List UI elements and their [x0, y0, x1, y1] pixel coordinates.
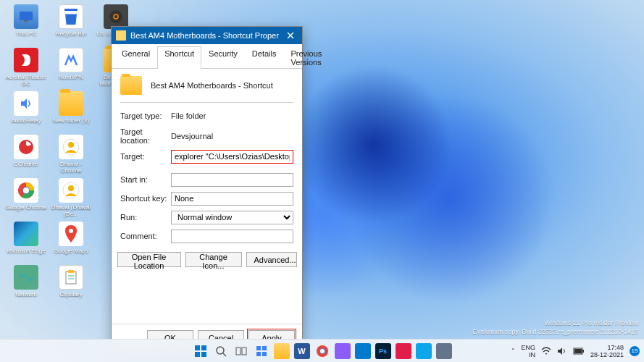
desktop-icon-google-maps[interactable]: Google Maps [49, 222, 93, 264]
svg-rect-1 [24, 20, 28, 22]
google-chrome-icon [14, 178, 38, 203]
app2-icon[interactable] [396, 343, 411, 359]
desktop-icon-label: Network [15, 291, 36, 298]
run-label: Run: [120, 213, 171, 222]
tab-details[interactable]: Details [245, 46, 284, 69]
this-pc-icon [14, 4, 38, 29]
comment-label: Comment: [120, 232, 171, 240]
dialog-tabs: GeneralShortcutSecurityDetailsPrevious V… [112, 44, 302, 69]
desktop-icon-this-pc[interactable]: This PC [4, 4, 48, 46]
system-tray[interactable]: ˄ ENG IN 17:48 28-12-2021 15 [511, 344, 640, 358]
target-location-label: Target location: [120, 127, 171, 145]
desktop-icon-ccleaner[interactable]: CCleaner [4, 135, 48, 177]
network-icon [14, 265, 38, 290]
taskbar[interactable]: W Ps ˄ ENG IN 17:48 28-12-2021 15 [0, 339, 644, 362]
svg-rect-16 [66, 272, 76, 284]
properties-dialog: Best AM4 Motherboards - Shortcut Propert… [111, 26, 303, 352]
desktop-icon-recycle-bin[interactable]: Recycle Bin [49, 4, 93, 46]
explorer-icon[interactable] [274, 343, 290, 359]
wifi-icon[interactable] [541, 347, 551, 355]
comment-input[interactable] [171, 230, 293, 243]
ms-edge-icon [14, 222, 38, 246]
svg-line-25 [223, 353, 226, 356]
volume-icon[interactable] [557, 347, 567, 355]
desktop-icon-network[interactable]: Network [4, 265, 48, 307]
folder-icon [116, 30, 126, 41]
language-indicator[interactable]: ENG IN [521, 344, 535, 358]
dialog-body: Best AM4 Motherboards - Shortcut Target … [112, 69, 302, 273]
svg-rect-26 [236, 348, 241, 355]
desktop-icon-dhaval-chrome[interactable]: Dhaval - Chrome [49, 135, 93, 177]
desktop-icon-new-folder[interactable]: New folder (3) [49, 91, 93, 133]
desktop-icon-acrobat[interactable]: Acrobat Reader DC [4, 48, 48, 90]
open-file-location-button[interactable]: Open File Location [117, 252, 181, 267]
chrome-icon[interactable] [314, 343, 330, 359]
change-icon-button[interactable]: Change Icon... [185, 252, 242, 267]
app4-icon[interactable] [436, 343, 452, 359]
shortcut-key-input[interactable] [171, 192, 293, 206]
svg-rect-21 [201, 345, 206, 350]
dhaval-default-icon [59, 178, 83, 203]
dialog-titlebar[interactable]: Best AM4 Motherboards - Shortcut Propert… [112, 27, 302, 44]
svg-rect-20 [195, 345, 200, 350]
desktop-icon-clipdiary[interactable]: Clipdiary [49, 265, 93, 307]
vscode-icon[interactable] [355, 343, 371, 359]
app3-icon[interactable] [416, 343, 432, 359]
tab-general[interactable]: General [114, 46, 157, 69]
chevron-up-icon[interactable]: ˄ [511, 348, 515, 355]
start-button[interactable] [193, 343, 209, 359]
target-type-label: Target type: [120, 111, 171, 120]
desktop-icon-label: Microsoft Edge [7, 248, 45, 254]
target-label: Target: [120, 152, 171, 161]
taskbar-center: W Ps [193, 343, 452, 359]
audiorelay-icon [14, 91, 38, 116]
start-in-label: Start in: [120, 175, 171, 184]
desktop-icon-label: Acrobat Reader DC [5, 74, 47, 87]
svg-rect-28 [256, 346, 261, 350]
app-icon[interactable] [335, 343, 351, 359]
cs-original-icon [104, 4, 128, 29]
desktop-icon-ms-edge[interactable]: Microsoft Edge [4, 222, 48, 264]
svg-point-11 [68, 185, 74, 191]
shortcut-key-label: Shortcut key: [120, 194, 171, 203]
svg-rect-13 [19, 273, 25, 278]
run-select[interactable]: Normal window [171, 211, 293, 224]
desktop-icon-nordvpn[interactable]: NordVPN [49, 48, 93, 90]
svg-rect-14 [27, 277, 33, 282]
notification-badge[interactable]: 15 [630, 346, 640, 356]
desktop-icon-label: This PC [16, 30, 36, 37]
tab-security[interactable]: Security [201, 46, 245, 69]
widgets-icon[interactable] [254, 343, 269, 359]
battery-icon[interactable] [573, 348, 585, 355]
svg-point-2 [109, 10, 122, 23]
target-input[interactable] [171, 150, 293, 164]
start-in-input[interactable] [171, 173, 293, 187]
target-type-value: File folder [171, 111, 293, 120]
ccleaner-icon [14, 135, 38, 159]
desktop-icon-label: Google Chrome [6, 204, 46, 211]
acrobat-icon [14, 48, 38, 72]
watermark: Windows 11 Pro Insider Preview Evaluatio… [473, 319, 639, 336]
tab-previous-versions[interactable]: Previous Versions [283, 46, 329, 69]
photoshop-icon[interactable]: Ps [375, 343, 391, 359]
folder-icon [120, 76, 142, 95]
desktop[interactable]: This PCRecycle BinCs 1.6 OriginalAcrobat… [0, 0, 644, 362]
tab-shortcut[interactable]: Shortcut [157, 46, 201, 69]
svg-rect-27 [242, 348, 246, 355]
item-name: Best AM4 Motherboards - Shortcut [151, 81, 273, 90]
clock[interactable]: 17:48 28-12-2021 [590, 344, 624, 358]
svg-rect-0 [20, 12, 33, 20]
task-view-icon[interactable] [233, 343, 249, 359]
desktop-icon-audiorelay[interactable]: AudioRelay [4, 91, 48, 133]
dialog-title: Best AM4 Motherboards - Shortcut Propert… [130, 31, 279, 40]
search-icon[interactable] [213, 343, 229, 359]
svg-rect-30 [256, 352, 261, 356]
close-icon[interactable] [283, 28, 298, 43]
desktop-icon-google-chrome[interactable]: Google Chrome [4, 178, 48, 220]
desktop-icon-dhaval-default[interactable]: Dhaval (Dhaval (De... [49, 178, 93, 220]
recycle-bin-icon [59, 4, 83, 29]
advanced-button[interactable]: Advanced... [246, 252, 297, 267]
target-location-value: Devsjournal [171, 132, 293, 140]
dhaval-chrome-icon [59, 135, 83, 159]
word-icon[interactable]: W [294, 343, 310, 359]
